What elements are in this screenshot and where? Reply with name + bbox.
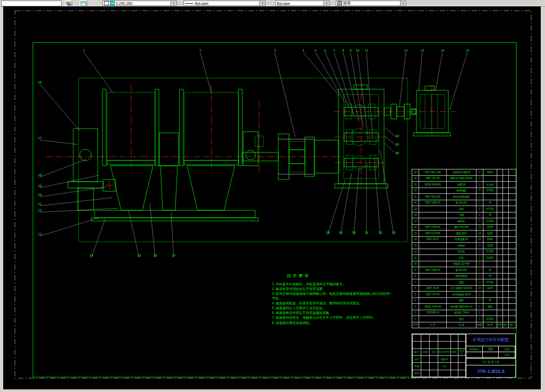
right-bearing-pedestal bbox=[243, 132, 258, 166]
table-row: 标记处数分区更改文件号签名年月日 bbox=[413, 348, 466, 355]
part-balloon: 5 bbox=[314, 48, 317, 52]
table-cell: 13 bbox=[412, 243, 419, 249]
table-cell bbox=[503, 212, 509, 218]
table-cell: 19 bbox=[412, 206, 419, 212]
table-cell bbox=[421, 342, 430, 348]
table-cell bbox=[503, 206, 509, 212]
table-row: 12制动轮1HT250 bbox=[412, 249, 516, 255]
leader-line bbox=[40, 198, 113, 206]
table-cell bbox=[451, 355, 458, 362]
part-balloon: 23 bbox=[38, 232, 42, 236]
table-cell bbox=[503, 231, 509, 237]
chevron-down-icon[interactable]: ▼ bbox=[171, 1, 176, 5]
bom-table: 25GB/T 893.1-86孔用弹性挡圈 85265Mn24GB/T 297-… bbox=[412, 169, 516, 328]
table-cell bbox=[419, 273, 447, 279]
table-cell: 圆锥滚子轴承 30218 bbox=[447, 175, 476, 182]
table-cell: 羊毛毡 bbox=[483, 182, 497, 188]
table-cell: 16 bbox=[476, 285, 483, 292]
table-cell bbox=[509, 267, 516, 274]
table-cell bbox=[438, 370, 451, 377]
table-cell bbox=[497, 236, 503, 243]
table-cell bbox=[509, 218, 516, 225]
table-cell bbox=[509, 310, 516, 316]
table-cell bbox=[413, 335, 421, 342]
lineweight-combo[interactable]: ByLayer ▼ bbox=[275, 1, 330, 6]
part-balloon: 2 bbox=[199, 48, 201, 52]
table-cell: 7 bbox=[412, 279, 419, 286]
table-row: 1机座1Q235A bbox=[412, 316, 516, 322]
tech-req-item: 8. 减速器外表无涂漆缺陷。 bbox=[272, 320, 394, 325]
part-balloon: 10 bbox=[355, 48, 360, 52]
table-cell: GB/T 893.1-86 bbox=[419, 169, 447, 176]
chevron-down-icon[interactable]: ▼ bbox=[323, 1, 329, 5]
table-cell bbox=[503, 243, 509, 249]
table-cell: 透盖 bbox=[447, 279, 476, 286]
table-cell bbox=[503, 255, 509, 261]
table-cell: 18 bbox=[412, 212, 419, 218]
title-block-right: 矿用提升绞车装配图 阶段标记 重量 比例 1:10 共 1 张 第 1 张 JT… bbox=[466, 334, 515, 377]
leader-line bbox=[303, 53, 340, 97]
table-cell: 4 bbox=[412, 297, 419, 304]
plotstyle-swatch bbox=[337, 1, 342, 5]
table-cell: Q235A bbox=[483, 316, 497, 322]
view-frame bbox=[79, 78, 407, 242]
table-cell: 批准 bbox=[413, 370, 421, 377]
part-balloon: 21 bbox=[38, 202, 42, 206]
table-cell: 1 bbox=[476, 249, 483, 255]
layer-color-combo[interactable]: 0,250,250 ▼ bbox=[103, 1, 177, 6]
table-cell: 12 bbox=[476, 231, 483, 237]
layer-manager-icon bbox=[81, 2, 86, 6]
table-cell: 底座 bbox=[447, 255, 476, 261]
table-cell bbox=[509, 273, 516, 279]
table-cell: 1 bbox=[476, 310, 483, 316]
table-cell: HT250 bbox=[483, 249, 497, 255]
table-cell: 16 bbox=[412, 224, 419, 231]
leader-line bbox=[84, 53, 113, 93]
plotstyle-combo[interactable]: 随层 ▼ bbox=[336, 1, 406, 6]
part-balloon: 14 bbox=[440, 48, 445, 52]
table-cell: HT200 bbox=[483, 206, 497, 212]
table-cell: 21 bbox=[412, 194, 419, 200]
table-cell: 1 bbox=[476, 255, 483, 261]
part-balloon: 18 bbox=[38, 173, 42, 177]
table-cell bbox=[503, 169, 509, 176]
leader-line bbox=[40, 187, 106, 197]
table-cell: Q235 bbox=[483, 231, 497, 237]
table-cell: 25 bbox=[412, 169, 419, 176]
table-row: 8齿轮联轴器145 bbox=[412, 273, 516, 279]
table-cell: GB/T 93-87 bbox=[419, 236, 447, 243]
table-cell: 弹簧垫圈 20 bbox=[447, 236, 476, 243]
table-cell: 45 bbox=[483, 297, 497, 304]
model-space-canvas[interactable]: 1234567891011121314151617181920212223242… bbox=[3, 6, 541, 389]
lineweight-value: ByLayer bbox=[277, 2, 291, 5]
table-cell bbox=[451, 342, 458, 348]
table-cell: GB/T 1096-79 bbox=[419, 267, 447, 274]
table-cell bbox=[430, 335, 438, 342]
part-balloon: 16 bbox=[38, 80, 42, 84]
chevron-down-icon[interactable]: ▼ bbox=[259, 1, 265, 5]
table-cell bbox=[509, 236, 516, 243]
chevron-down-icon[interactable]: ▼ bbox=[400, 1, 406, 5]
table-cell bbox=[451, 335, 458, 342]
table-cell: 键 28×160 bbox=[447, 200, 476, 206]
tech-req-item: 5. 减速器内注入适量的工业齿轮油。 bbox=[272, 305, 394, 310]
table-cell: JB/ZQ 4264-86 bbox=[419, 304, 447, 310]
part-balloon: 35 bbox=[395, 142, 399, 146]
table-cell: 8 bbox=[412, 273, 419, 279]
linetype-combo[interactable]: ByLayer ▼ bbox=[183, 1, 266, 6]
leader-line bbox=[351, 53, 363, 128]
table-cell: 2 bbox=[476, 304, 483, 310]
table-row: 批准 bbox=[413, 370, 466, 377]
table-cell: HT200 bbox=[483, 188, 497, 194]
table-cell: 螺母 M20 bbox=[447, 231, 476, 237]
table-cell bbox=[497, 316, 503, 322]
table-cell: 2 bbox=[476, 292, 483, 298]
table-cell bbox=[497, 285, 503, 292]
leader-line bbox=[334, 53, 354, 115]
table-cell: 标准化 bbox=[438, 355, 451, 362]
table-cell: 1 bbox=[476, 200, 483, 206]
table-cell bbox=[503, 279, 509, 286]
table-cell bbox=[509, 292, 516, 298]
table-cell: GB/T 6170-86 bbox=[419, 231, 447, 237]
table-cell: 12 bbox=[412, 249, 419, 255]
